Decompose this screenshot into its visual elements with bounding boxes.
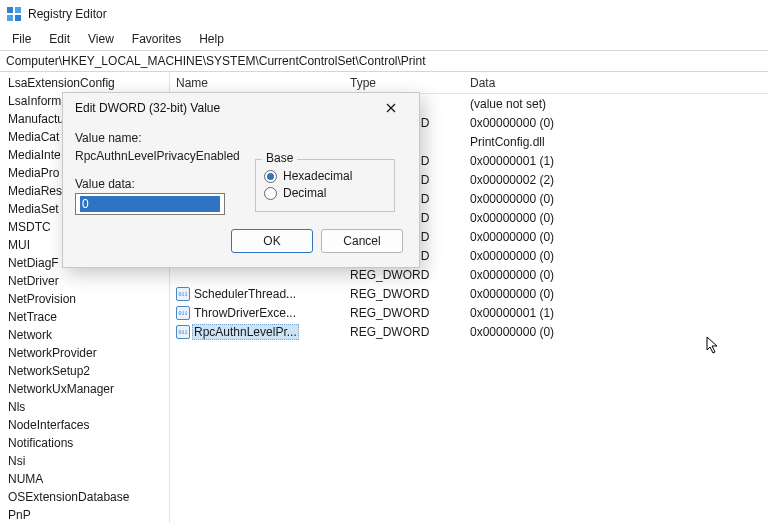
table-row[interactable]: 011SchedulerThread...REG_DWORD0x00000000…: [170, 284, 768, 303]
edit-dword-dialog: Edit DWORD (32-bit) Value Value name: Rp…: [62, 92, 420, 268]
value-name-text: SchedulerThread...: [194, 287, 296, 301]
value-name-text: RpcAuthnLevelPr...: [192, 324, 299, 340]
radio-dec[interactable]: [264, 187, 277, 200]
tree-node[interactable]: NetTrace: [8, 308, 169, 326]
radio-hex[interactable]: [264, 170, 277, 183]
value-data-text: 0x00000000 (0): [470, 287, 768, 301]
value-data-text: 0x00000000 (0): [470, 249, 768, 263]
tree-node[interactable]: NetworkUxManager: [8, 380, 169, 398]
value-data-text: 0x00000001 (1): [470, 154, 768, 168]
radio-dec-row[interactable]: Decimal: [264, 186, 386, 200]
value-data-text: 0x00000000 (0): [470, 325, 768, 339]
tree-node[interactable]: NUMA: [8, 470, 169, 488]
tree-node[interactable]: NetProvision: [8, 290, 169, 308]
value-icon-hidden: [176, 268, 190, 282]
value-data-label: Value data:: [75, 177, 225, 191]
list-header: Name Type Data: [170, 72, 768, 94]
regedit-icon: [6, 6, 22, 22]
tree-node[interactable]: Network: [8, 326, 169, 344]
column-name[interactable]: Name: [170, 76, 350, 90]
dialog-titlebar[interactable]: Edit DWORD (32-bit) Value: [63, 93, 419, 123]
binary-value-icon: 011: [176, 306, 190, 320]
base-legend: Base: [262, 151, 297, 165]
close-icon: [386, 103, 396, 113]
svg-rect-2: [7, 15, 13, 21]
radio-hex-label: Hexadecimal: [283, 169, 352, 183]
tree-node[interactable]: PnP: [8, 506, 169, 523]
tree-node[interactable]: NetworkProvider: [8, 344, 169, 362]
tree-node[interactable]: OSExtensionDatabase: [8, 488, 169, 506]
tree-node[interactable]: LsaExtensionConfig: [8, 74, 169, 92]
value-data-text: 0x00000000 (0): [470, 230, 768, 244]
address-path: Computer\HKEY_LOCAL_MACHINE\SYSTEM\Curre…: [6, 54, 425, 68]
value-type-text: REG_DWORD: [350, 268, 470, 282]
value-data-text: PrintConfig.dll: [470, 135, 768, 149]
dialog-close-button[interactable]: [371, 95, 411, 121]
value-type-text: REG_DWORD: [350, 325, 470, 339]
tree-node[interactable]: NetDriver: [8, 272, 169, 290]
value-data-input-wrap: [75, 193, 225, 215]
value-data-text: 0x00000000 (0): [470, 268, 768, 282]
value-data-text: 0x00000001 (1): [470, 306, 768, 320]
value-data-text: 0x00000000 (0): [470, 116, 768, 130]
value-type-text: REG_DWORD: [350, 306, 470, 320]
svg-text:011: 011: [179, 291, 188, 297]
svg-text:011: 011: [179, 329, 188, 335]
value-data-input[interactable]: [80, 196, 220, 212]
ok-button[interactable]: OK: [231, 229, 313, 253]
column-data[interactable]: Data: [470, 76, 768, 90]
address-bar[interactable]: Computer\HKEY_LOCAL_MACHINE\SYSTEM\Curre…: [0, 50, 768, 72]
value-data-text: (value not set): [470, 97, 768, 111]
menu-view[interactable]: View: [80, 30, 122, 48]
value-name-text: ThrowDriverExce...: [194, 306, 296, 320]
cancel-button[interactable]: Cancel: [321, 229, 403, 253]
titlebar: Registry Editor: [0, 0, 768, 28]
menu-favorites[interactable]: Favorites: [124, 30, 189, 48]
svg-rect-0: [7, 7, 13, 13]
tree-node[interactable]: NetworkSetup2: [8, 362, 169, 380]
dialog-body: Value name: RpcAuthnLevelPrivacyEnabled …: [63, 123, 419, 267]
menu-help[interactable]: Help: [191, 30, 232, 48]
value-data-text: 0x00000002 (2): [470, 173, 768, 187]
app-title: Registry Editor: [28, 7, 107, 21]
value-data-text: 0x00000000 (0): [470, 211, 768, 225]
value-name-label: Value name:: [75, 131, 407, 145]
tree-node[interactable]: Nls: [8, 398, 169, 416]
binary-value-icon: 011: [176, 325, 190, 339]
tree-node[interactable]: Notifications: [8, 434, 169, 452]
dialog-title-text: Edit DWORD (32-bit) Value: [75, 101, 220, 115]
menu-edit[interactable]: Edit: [41, 30, 78, 48]
column-type[interactable]: Type: [350, 76, 470, 90]
svg-rect-1: [15, 7, 21, 13]
menu-file[interactable]: File: [4, 30, 39, 48]
base-group: Base Hexadecimal Decimal: [255, 159, 395, 212]
value-data-text: 0x00000000 (0): [470, 192, 768, 206]
tree-node[interactable]: Nsi: [8, 452, 169, 470]
svg-text:011: 011: [179, 310, 188, 316]
table-row[interactable]: 011RpcAuthnLevelPr...REG_DWORD0x00000000…: [170, 322, 768, 341]
radio-dec-label: Decimal: [283, 186, 326, 200]
svg-rect-3: [15, 15, 21, 21]
menubar: File Edit View Favorites Help: [0, 28, 768, 50]
tree-node[interactable]: NodeInterfaces: [8, 416, 169, 434]
table-row[interactable]: 011ThrowDriverExce...REG_DWORD0x00000001…: [170, 303, 768, 322]
dialog-actions: OK Cancel: [75, 215, 407, 255]
radio-hex-row[interactable]: Hexadecimal: [264, 169, 386, 183]
binary-value-icon: 011: [176, 287, 190, 301]
value-type-text: REG_DWORD: [350, 287, 470, 301]
